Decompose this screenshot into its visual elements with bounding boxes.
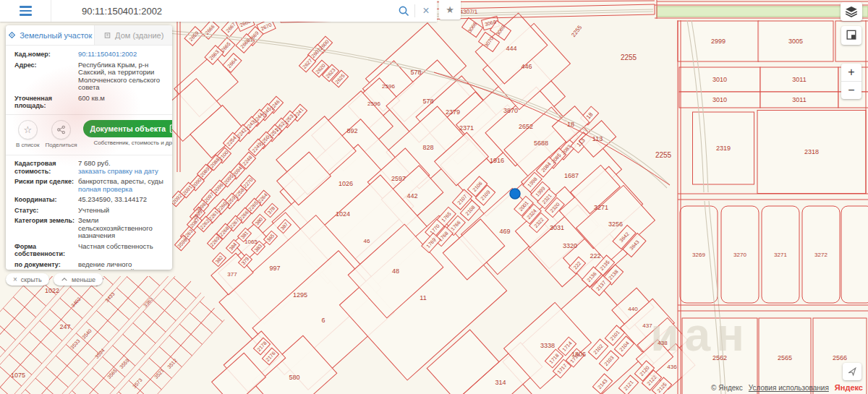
parcel-label: 247 xyxy=(59,323,70,330)
parcel-label: 2566 xyxy=(833,354,847,361)
parcel-icon xyxy=(8,31,16,39)
parcel-label: 444 xyxy=(506,45,516,52)
parcel-label: 3272 xyxy=(814,252,827,258)
add-to-list-button[interactable]: ☆ В список xyxy=(16,120,39,150)
share-label: Поделиться xyxy=(45,142,77,150)
parcel-label: 3338 xyxy=(540,342,555,349)
parcel-label: 2596 xyxy=(382,83,395,90)
parcel-label: 3010 xyxy=(712,96,727,103)
clear-search-button[interactable]: × xyxy=(415,0,437,22)
parcel-label: 113 xyxy=(592,135,603,142)
parcel-label: 578 xyxy=(410,69,421,76)
highway-strip xyxy=(657,7,868,17)
category-value: Земли сельскохозяйственного назначения xyxy=(78,217,166,240)
parcel-label: 2652 xyxy=(519,123,533,130)
object-documents-button[interactable]: Документы объекта xyxy=(83,120,172,137)
area-value: 600 кв.м xyxy=(78,95,166,110)
parcel-label: 2596 xyxy=(367,100,380,107)
measure-icon xyxy=(844,28,859,43)
document-label: по документу: xyxy=(14,261,78,270)
chevron-up-icon xyxy=(61,277,68,282)
parcel-label: 442 xyxy=(407,192,417,200)
tab-building-label: Дом (здание) xyxy=(115,31,163,40)
parcel-label: 48 xyxy=(392,267,399,275)
building-icon xyxy=(103,31,111,39)
parcel-label: 437 xyxy=(642,322,652,329)
kad-number-link[interactable]: 90:11:150401:2002 xyxy=(78,51,137,59)
parcel-label: 2562 xyxy=(712,354,727,361)
parcel-label: 4307/1 xyxy=(460,9,478,15)
parcel-label: 440 xyxy=(628,306,638,312)
terms-link[interactable]: Условия использования xyxy=(749,384,829,392)
parcel-label: 3256 xyxy=(608,220,623,228)
ownership-label: Форма собственности: xyxy=(14,243,78,258)
parcel-label: 892 xyxy=(346,127,357,134)
parcel-label: 222 xyxy=(590,252,600,260)
star-outline-icon: ☆ xyxy=(23,125,32,134)
parcel-label: 578 xyxy=(422,98,433,105)
full-check-link[interactable]: полная проверка xyxy=(78,186,132,194)
zoom-in-button[interactable]: + xyxy=(841,64,861,82)
bookmark-tab[interactable]: ★ xyxy=(439,0,461,20)
parcel-label: 3005 xyxy=(788,38,803,45)
yandex-logo: Яндекс xyxy=(835,383,863,392)
parcel-label: 580 xyxy=(289,374,299,381)
parcel-label: 3270 xyxy=(733,252,746,258)
parcel-label: 3271 xyxy=(774,252,787,258)
share-button[interactable]: Поделиться xyxy=(45,120,77,150)
parcel-label: 6 xyxy=(321,317,325,324)
measure-tool-button[interactable] xyxy=(841,26,861,45)
cadastral-map-app: иан5782596259657823792371828892102610242… xyxy=(0,0,868,394)
menu-button[interactable] xyxy=(0,0,51,22)
collapse-panel-button[interactable]: меньше xyxy=(54,273,103,286)
search-icon xyxy=(398,5,409,17)
cost-value: 7 680 руб. xyxy=(78,159,111,167)
category-label: Категория земель: xyxy=(14,217,78,240)
parcel-label: 1022 xyxy=(45,287,59,294)
selected-parcel-marker xyxy=(510,189,520,199)
parcel-label: 3011 xyxy=(792,76,806,83)
search-input[interactable] xyxy=(51,0,393,22)
parcel-label: 18 xyxy=(567,121,574,128)
parcel-label: 1075 xyxy=(11,372,25,379)
share-icon xyxy=(56,125,66,134)
parcel-label: 1026 xyxy=(339,180,353,187)
locate-button[interactable] xyxy=(843,363,861,380)
panel-body: Кад.номер: 90:11:150401:2002 Адрес: Респ… xyxy=(6,46,172,270)
map-watermark: иан xyxy=(650,309,750,361)
zoom-controls: + − xyxy=(841,64,861,99)
search-bar: × xyxy=(0,0,437,22)
tab-parcel-label: Земельный участок xyxy=(20,31,92,40)
hide-panel-button[interactable]: × скрыть xyxy=(6,273,49,286)
parcel-label: 2371 xyxy=(459,124,474,132)
risks-value: банкротства, аресты, суды xyxy=(78,177,163,185)
parcel-label: 3320 xyxy=(563,242,577,249)
search-button[interactable] xyxy=(393,0,414,22)
parcel-label: 1916 xyxy=(490,157,504,164)
cost-report-link[interactable]: заказать справку на дату xyxy=(78,168,158,176)
tab-building[interactable]: Дом (здание) xyxy=(94,25,172,45)
object-documents-label: Документы объекта xyxy=(90,124,166,133)
parcel-label: 1687 xyxy=(564,172,579,179)
zoom-out-button[interactable]: − xyxy=(841,82,861,99)
parcel-label: 3269 xyxy=(692,252,705,258)
address-label: Адрес: xyxy=(14,61,78,92)
parcel[interactable] xyxy=(841,206,868,303)
parcel-label: 2379 xyxy=(446,108,460,116)
parcel-label: 3271 xyxy=(594,204,608,211)
layers-icon xyxy=(843,4,859,19)
layers-button[interactable] xyxy=(841,2,862,21)
parcel-label: 469 xyxy=(499,228,510,235)
less-label: меньше xyxy=(72,276,95,283)
address-value: Республика Крым, р-н Сакский, на террито… xyxy=(78,61,166,92)
parcel-label: 2255 xyxy=(655,151,672,159)
ownership-value: Частная собственность xyxy=(78,243,166,258)
panel-tabs: Земельный участок Дом (здание) xyxy=(6,25,172,46)
copyright-text: © Яндекс xyxy=(711,384,743,392)
parcel-label: 5688 xyxy=(534,140,548,147)
tab-parcel[interactable]: Земельный участок xyxy=(6,25,94,45)
document-icon xyxy=(169,124,172,133)
parcel-label: 2565 xyxy=(778,354,792,361)
status-label: Статус: xyxy=(14,207,78,215)
document-value: ведение личного подсобного хозяйства на … xyxy=(78,261,166,270)
